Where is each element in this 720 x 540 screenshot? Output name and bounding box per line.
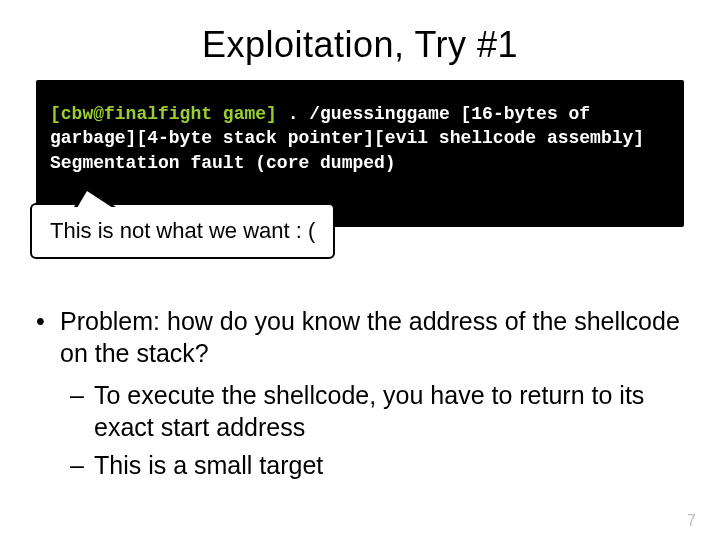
bullet-level2: – To execute the shellcode, you have to … (70, 379, 684, 443)
bullet-level2: – This is a small target (70, 449, 684, 481)
slide: Exploitation, Try #1 [cbw@finalfight gam… (0, 0, 720, 540)
callout-text: This is not what we want : ( (50, 218, 315, 243)
callout-container: This is not what we want : ( (36, 227, 684, 301)
bullet-level1: • Problem: how do you know the address o… (36, 305, 684, 369)
bullet-dash-icon: – (70, 379, 94, 443)
bullet-text: To execute the shellcode, you have to re… (94, 379, 684, 443)
bullet-text: This is a small target (94, 449, 323, 481)
bullet-list: • Problem: how do you know the address o… (36, 305, 684, 481)
bullet-text: Problem: how do you know the address of … (60, 305, 684, 369)
terminal-output: Segmentation fault (core dumped) (50, 153, 396, 173)
terminal-prompt: [cbw@finalfight game] (50, 104, 277, 124)
bullet-dash-icon: – (70, 449, 94, 481)
bullet-dot-icon: • (36, 305, 60, 369)
callout-bubble: This is not what we want : ( (30, 203, 335, 259)
page-number: 7 (687, 512, 696, 530)
page-title: Exploitation, Try #1 (36, 24, 684, 66)
